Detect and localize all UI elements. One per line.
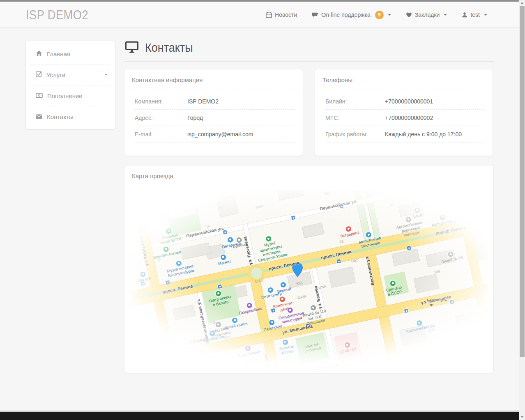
chevron-down-icon: [388, 14, 391, 17]
arrow-up-icon: [520, 0, 524, 4]
map-building: [180, 243, 211, 260]
panel-title: Телефоны: [315, 69, 493, 89]
field-label: МТС:: [325, 115, 385, 121]
arrow-down-icon: [520, 416, 524, 420]
navbar: ISP DEMO2 Новости On-line поддержка 9 За…: [0, 2, 525, 28]
nav-item-label: Новости: [275, 11, 297, 18]
field-label: Билайн:: [325, 98, 385, 105]
footer-bar: [0, 412, 519, 420]
sidebar: Главная Услуги Пополнение Контакты: [25, 41, 115, 130]
field-label: График работы:: [325, 131, 385, 138]
map-poi[interactable]: Верный: [276, 281, 292, 294]
map-building: [302, 223, 325, 238]
sidebar-item-label: Контакты: [47, 113, 74, 120]
map-poi[interactable]: Магнит: [216, 253, 231, 266]
transit-stop-icon[interactable]: [407, 246, 411, 250]
field-label: E-mail:: [135, 131, 187, 138]
scroll-up-button[interactable]: [519, 0, 525, 6]
phone-row-beeline: Билайн: +70000000000001: [325, 93, 484, 110]
sidebar-item-topup[interactable]: Пополнение: [26, 85, 115, 106]
transit-stop-icon[interactable]: [336, 259, 341, 264]
page-header: Контакты: [124, 41, 494, 55]
map-building: [350, 367, 377, 370]
scroll-down-button[interactable]: [519, 414, 525, 420]
brand-logo[interactable]: ISP DEMO2: [26, 2, 88, 28]
contact-info-panel: Контактная информация Компания: ISP DEMO…: [124, 69, 303, 156]
nav-item-user[interactable]: test: [462, 11, 487, 18]
field-value: Город: [187, 115, 203, 121]
panel-title: Карта проезда: [124, 165, 493, 185]
poi-label: Музей истории Екатеринбурга: [166, 264, 194, 278]
heart-icon: [406, 12, 412, 18]
sidebar-item-contacts[interactable]: Контакты: [26, 106, 115, 127]
nav-item-support[interactable]: On-line поддержка 9: [312, 11, 391, 19]
transit-stop-icon[interactable]: [198, 350, 203, 354]
calendar-icon: [266, 12, 272, 18]
map-building: [414, 274, 439, 293]
map-house-number: 171: [231, 366, 237, 370]
poi-label: Золотое яблоко: [279, 344, 294, 355]
field-value: +70000000000001: [385, 98, 433, 105]
nav-item-bookmarks[interactable]: Закладки: [406, 11, 447, 18]
transit-stop-icon[interactable]: [481, 218, 485, 222]
map-panel: Карта проезда: [124, 165, 494, 373]
monitor-icon: [125, 41, 139, 55]
map-canvas: Башнефть Первомайская ул.Первомайская ул…: [129, 190, 488, 370]
transit-stop-icon[interactable]: [218, 285, 222, 289]
phone-row-schedule: График работы: Каждый день с 9:00 до 17:…: [325, 126, 484, 142]
sidebar-item-label: Пополнение: [47, 92, 83, 99]
map-poi[interactable]: Эстрадент: [338, 225, 359, 239]
nav-item-label: On-line поддержка: [321, 11, 371, 18]
field-value: isp_company@email.com: [187, 131, 253, 138]
chevron-down-icon: [104, 74, 108, 77]
divider: [124, 61, 494, 62]
map-viewport[interactable]: Башнефть Первомайская ул.Первомайская ул…: [129, 190, 488, 370]
poi-label: Магнит: [218, 259, 231, 266]
map-house-number: 68к9: [255, 204, 263, 209]
field-value: +70000000000002: [385, 115, 433, 121]
map-poi[interactable]: Сделано в СССР: [385, 279, 403, 297]
vertical-scrollbar[interactable]: [519, 0, 525, 420]
navbar-menu: Новости On-line поддержка 9 Закладки tes…: [266, 2, 487, 28]
map-house-number: 78: [482, 284, 486, 289]
chat-icon: [312, 12, 318, 18]
map-poi[interactable]: Музей истории Екатеринбурга: [165, 258, 195, 278]
nav-item-news[interactable]: Новости: [266, 11, 297, 18]
map-house-number: 52к3А: [296, 294, 306, 300]
contact-row-email: E-mail: isp_company@email.com: [135, 126, 295, 142]
sidebar-item-home[interactable]: Главная: [26, 44, 115, 64]
transit-stop-icon[interactable]: [291, 216, 296, 220]
chevron-down-icon: [444, 14, 447, 17]
map-poi[interactable]: Sila Voli: [136, 270, 151, 283]
map-house-number: 54к5: [351, 258, 359, 264]
map-house-number: 83: [339, 239, 343, 244]
phone-row-mts: МТС: +70000000000002: [325, 110, 484, 126]
map-poi[interactable]: ЕАДК: [412, 207, 424, 219]
transit-stop-icon[interactable]: [223, 230, 227, 234]
nav-item-label: test: [470, 11, 480, 18]
panel-title: Контактная информация: [124, 69, 303, 89]
poi-label: Сделано в СССР: [386, 285, 402, 297]
transit-stop-icon[interactable]: [404, 308, 409, 313]
transit-stop-icon[interactable]: [166, 280, 170, 285]
sidebar-item-services[interactable]: Услуги: [26, 64, 115, 85]
sidebar-item-label: Услуги: [46, 71, 65, 78]
contact-row-company: Компания: ISP DEMO2: [135, 93, 295, 110]
map-building: [429, 347, 451, 363]
user-icon: [462, 12, 467, 18]
transit-stop-icon[interactable]: [450, 300, 454, 304]
main-content: Контакты Контактная информация Компания:…: [124, 41, 494, 373]
map-house-number: 19: [206, 224, 210, 229]
map-house-number: 23: [195, 208, 200, 213]
map-building: [391, 248, 420, 266]
map-building: [234, 358, 262, 370]
phones-panel: Телефоны Билайн: +70000000000001 МТС: +7…: [315, 69, 493, 156]
page-title: Контакты: [145, 41, 193, 55]
map-poi[interactable]: УрГАУ: [157, 209, 170, 222]
field-label: Адрес:: [135, 115, 187, 121]
map-poi[interactable]: Золотое яблоко: [277, 338, 295, 356]
field-label: Компания:: [135, 98, 187, 105]
map-house-number: 85: [389, 202, 394, 207]
envelope-icon: [36, 113, 47, 120]
scrollbar-thumb[interactable]: [520, 6, 525, 357]
